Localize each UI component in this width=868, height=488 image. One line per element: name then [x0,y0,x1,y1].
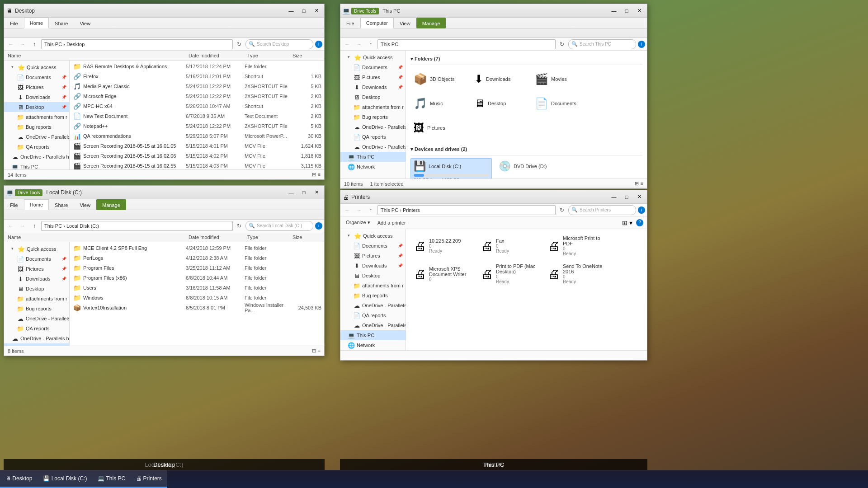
taskbar-item-printers[interactable]: 🖨 Printers [131,470,167,488]
file-row[interactable]: 📁 RAS Remote Desktops & Applications 5/1… [71,61,323,71]
sidebar-item-qa[interactable]: 📄 QA reports [340,132,406,142]
maximize-button[interactable]: □ [298,6,310,15]
sidebar-item-downloads[interactable]: ⬇ Downloads 📌 [340,82,406,92]
file-row[interactable]: 📄 New Text Document 6/7/2018 9:35 AM Tex… [71,111,323,121]
folder-item-music[interactable]: 🎵 Music [410,92,469,115]
tab-share[interactable]: Share [49,18,74,28]
folder-item-desktop[interactable]: 🖥 Desktop [471,92,530,115]
tab-file[interactable]: File [340,18,360,28]
forward-button[interactable]: → [354,205,364,215]
printer-item-fax[interactable]: 🖨 Fax 0 Ready [477,234,541,258]
col-name[interactable]: Name [6,232,187,242]
address-box[interactable]: This PC › Local Disk (C:) [41,221,233,231]
maximize-button[interactable]: □ [621,6,632,15]
refresh-button[interactable]: ↻ [557,39,566,49]
printer-item-ms-pdf[interactable]: 🖨 Microsoft Print to PDF 0 Ready [544,234,608,258]
help-button[interactable]: ? [636,219,643,226]
col-size[interactable]: Size [291,51,322,60]
maximize-button[interactable]: □ [298,188,310,197]
sidebar-item-onedrive[interactable]: ☁ OneDrive - Parallels [4,132,69,142]
sidebar-item-onedrive[interactable]: ☁ OneDrive - Parallels [4,314,69,324]
tab-home[interactable]: Home [24,18,49,28]
list-view-button[interactable]: ≡ [641,181,643,187]
file-row[interactable]: 📁 Program Files 3/25/2018 11:12 AM File … [71,263,323,273]
sidebar-item-qa[interactable]: 📁 QA reports [4,324,69,333]
sidebar-item-onedrive[interactable]: ☁ OneDrive - Parallels h [340,300,406,310]
printer-item-ip[interactable]: 🖨 10.225.22.209 0 Ready [410,234,474,258]
search-box[interactable]: 🔍 Search Desktop [245,39,313,49]
file-row[interactable]: 📁 Program Files (x86) 6/8/2018 10:44 AM … [71,273,323,283]
folder-item-documents[interactable]: 📄 Documents [532,92,590,115]
sidebar-item-network[interactable]: 🌐 Network [340,340,406,350]
sidebar-item-documents[interactable]: 📄 Documents 📌 [4,254,69,264]
col-date[interactable]: Date modified [187,232,245,242]
info-button[interactable]: i [638,41,645,48]
sidebar-item-downloads[interactable]: ⬇ Downloads 📌 [4,274,69,284]
sidebar-item-downloads[interactable]: ⬇ Downloads 📌 [340,261,406,271]
sidebar-item-documents[interactable]: 📄 Documents 📌 [340,241,406,251]
refresh-button[interactable]: ↻ [235,221,244,231]
file-row[interactable]: 📁 Users 3/16/2018 11:58 AM File folder [71,283,323,293]
sidebar-item-qa[interactable]: 📄 QA reports [340,310,406,320]
printer-item-ms-xps[interactable]: 🖨 Microsoft XPS Document Writer 0 [410,262,474,286]
folder-item-movies[interactable]: 🎬 Movies [532,68,590,90]
col-size[interactable]: Size [291,232,322,242]
refresh-button[interactable]: ↻ [235,39,244,49]
sidebar-item-pictures[interactable]: 🖼 Pictures 📌 [340,251,406,261]
file-row[interactable]: 🎵 Media Player Classic 5/24/2018 12:22 P… [71,81,323,91]
sidebar-item-onedrive-h[interactable]: ☁ OneDrive - Parallels h [4,152,69,162]
sidebar-item-attachments[interactable]: 📁 attachments from r [340,102,406,112]
sidebar-item-attachments[interactable]: 📁 attachments from r [4,112,69,122]
sidebar-item-bug-reports[interactable]: 📁 Bug reports [4,122,69,132]
drive-item-c[interactable]: 💾 Local Disk (C:) 219 GB free of 255 GB [410,158,492,178]
sidebar-item-quick-access[interactable]: ▾ ⭐ Quick access [340,52,406,62]
file-row[interactable]: 🎬 Screen Recording 2018-05-15 at 16.02.0… [71,151,323,161]
folder-item-pictures[interactable]: 🖼 Pictures [410,117,469,139]
sidebar-item-downloads[interactable]: ⬇ Downloads 📌 [4,92,69,102]
file-row[interactable]: 📁 PerfLogs 4/12/2018 2:38 AM File folder [71,253,323,263]
minimize-button[interactable]: — [608,192,620,202]
sidebar-item-pictures[interactable]: 🖼 Pictures 📌 [340,72,406,82]
sidebar-item-desktop[interactable]: 🖥 Desktop 📌 [4,102,69,112]
sidebar-item-onedrive[interactable]: ☁ OneDrive - Parallels h [340,122,406,132]
organize-button[interactable]: Organize ▾ [344,219,372,226]
refresh-button[interactable]: ↻ [557,205,566,215]
file-row[interactable]: 🔗 Microsoft Edge 5/24/2018 12:22 PM 2XSH… [71,91,323,101]
info-button[interactable]: i [315,222,322,230]
sidebar-item-onedrive-h[interactable]: ☁ OneDrive - Parallels h [4,333,69,343]
col-date[interactable]: Date modified [187,51,245,60]
tab-file[interactable]: File [4,18,24,28]
up-button[interactable]: ↑ [29,39,39,49]
minimize-button[interactable]: — [608,6,620,15]
sidebar-item-documents[interactable]: 📄 Documents 📌 [4,72,69,82]
back-button[interactable]: ← [342,39,352,49]
file-row[interactable]: 🔗 Notepad++ 5/24/2018 12:22 PM 2XSHORTCU… [71,121,323,131]
sidebar-item-this-pc[interactable]: 💻 This PC [4,162,69,169]
sidebar-item-bug-reports[interactable]: 📁 Bug reports [4,304,69,314]
info-button[interactable]: i [315,41,322,48]
forward-button[interactable]: → [18,221,28,231]
sidebar-item-desktop[interactable]: 🖥 Desktop [4,284,69,294]
info-button[interactable]: i [638,206,645,214]
tab-manage[interactable]: Manage [416,18,446,28]
address-box[interactable]: This PC [377,39,556,49]
sidebar-item-this-pc[interactable]: 💻 This PC [340,152,406,162]
sidebar-item-qa[interactable]: 📁 QA reports [4,142,69,152]
minimize-button[interactable]: — [285,188,297,197]
back-button[interactable]: ← [6,221,16,231]
grid-view-button[interactable]: ⊞ [312,172,316,178]
folder-item-downloads[interactable]: ⬇ Downloads [471,68,530,90]
view-toggle-button[interactable]: ⊞ ▾ [622,219,632,226]
close-button[interactable]: ✕ [311,188,322,197]
sidebar-item-bug-reports[interactable]: 📁 Bug reports [340,112,406,122]
tab-manage[interactable]: Manage [96,199,126,210]
search-box[interactable]: 🔍 Search Printers [568,205,636,215]
sidebar-item-attachments[interactable]: 📁 attachments from r [4,294,69,304]
file-row[interactable]: 🔗 MPC-HC x64 5/26/2018 10:47 AM Shortcut… [71,101,323,111]
sidebar-item-attachments[interactable]: 📁 attachments from r [340,281,406,291]
minimize-button[interactable]: — [285,6,297,15]
close-button[interactable]: ✕ [311,6,322,15]
taskbar-item-desktop[interactable]: 🖥 Desktop [0,470,38,488]
file-row[interactable]: 📁 MCE Client 4.2 SP8 Full Eng 4/24/2018 … [71,243,323,253]
sidebar-item-pictures[interactable]: 🖼 Pictures 📌 [4,264,69,274]
